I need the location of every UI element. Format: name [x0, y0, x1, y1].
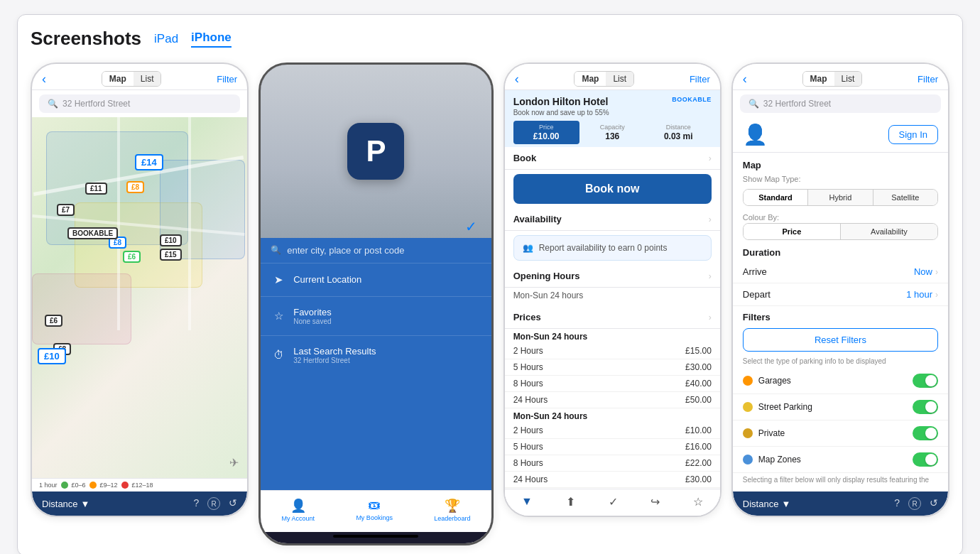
price-badge-10a[interactable]: £10 — [160, 234, 182, 246]
s3-book-now-btn[interactable]: Book now — [513, 174, 712, 204]
s1-search-bar[interactable]: 🔍 32 Hertford Street — [39, 94, 240, 113]
s3-back-button[interactable]: ‹ — [515, 72, 519, 87]
s1-registered-icon[interactable]: R — [207, 497, 220, 510]
s4-map-list-toggle: Map List — [802, 71, 863, 87]
s1-help-icon[interactable]: ? — [193, 497, 199, 510]
s4-search-icon: 🔍 — [748, 99, 759, 109]
s4-private-toggle[interactable] — [913, 426, 938, 440]
s3-map-btn[interactable]: Map — [575, 72, 606, 86]
s3-directions-icon[interactable]: ↪ — [650, 495, 660, 509]
s4-filter-btn[interactable]: Filter — [918, 74, 938, 85]
s4-avail-colour-btn[interactable]: Availability — [841, 224, 937, 239]
legend-dot-red — [121, 482, 129, 489]
legend-1hour: 1 hour — [39, 482, 58, 489]
s3-price2-row-24h: 24 Hours £30.00 — [505, 472, 720, 488]
s4-garages-dot — [743, 376, 753, 386]
legend-0-6: £0–6 — [72, 482, 86, 489]
tab-iphone[interactable]: iPhone — [191, 31, 232, 48]
s2-current-location[interactable]: ➤ Current Location — [261, 263, 491, 296]
s2-search-row[interactable]: 🔍 enter city, place or post code — [261, 238, 491, 263]
s3-filter-btn[interactable]: Filter — [690, 74, 710, 85]
s2-favorites[interactable]: ☆ Favorites None saved — [261, 296, 491, 335]
s4-street-parking-toggle[interactable] — [913, 400, 938, 414]
price-badge-14[interactable]: £14 — [135, 154, 163, 170]
s1-distance-label[interactable]: Distance ▼ — [42, 499, 89, 509]
screen1-map: ‹ Map List Filter 🔍 32 Hertford Street — [31, 63, 249, 517]
s2-last-search-label: Last Search Results — [293, 346, 376, 357]
s2-p-letter: P — [366, 134, 386, 168]
s4-help-icon[interactable]: ? — [894, 497, 900, 510]
s4-back-button[interactable]: ‹ — [743, 72, 747, 87]
s4-price-colour-btn[interactable]: Price — [744, 224, 841, 239]
s3-prices-section: Prices › — [505, 306, 720, 329]
s3-price2-duration-8h: 8 Hours — [513, 458, 543, 468]
s3-price-value-8h: £40.00 — [685, 379, 712, 389]
s2-last-search[interactable]: ⏱ Last Search Results 32 Hertford Street — [261, 335, 491, 374]
s4-registered-icon[interactable]: R — [908, 497, 921, 510]
tab-ipad[interactable]: iPad — [154, 32, 178, 46]
s4-distance-label[interactable]: Distance ▼ — [743, 499, 790, 509]
s4-satellite-btn[interactable]: Satellite — [873, 190, 937, 205]
s3-hotel-name: London Hilton Hotel — [513, 96, 609, 107]
s3-book-msg: Book now and save up to 55% — [513, 109, 712, 116]
s3-down-icon[interactable]: ▼ — [521, 495, 533, 509]
s4-private-label: Private — [758, 428, 785, 438]
screen3-detail: ‹ Map List Filter London Hilton Hotel BO… — [503, 63, 722, 517]
price-badge-6a[interactable]: £6 — [123, 251, 141, 263]
s4-action-icons: ? R ↺ — [894, 497, 938, 510]
price-badge-7[interactable]: £7 — [57, 204, 75, 216]
s1-refresh-icon[interactable]: ↺ — [229, 497, 237, 510]
s4-arrive-value[interactable]: Now › — [914, 266, 938, 277]
s4-map-zones-dot — [743, 455, 753, 465]
s3-check-icon[interactable]: ✓ — [609, 495, 618, 509]
s1-filter-btn[interactable]: Filter — [217, 74, 237, 85]
s2-favorites-sub: None saved — [293, 317, 331, 325]
price-badge-11[interactable]: £11 — [85, 183, 107, 195]
s2-search-placeholder: enter city, place or post code — [287, 245, 404, 256]
price-badge-8a[interactable]: £8 — [126, 181, 144, 193]
s2-tab-account[interactable]: 👤 My Account — [281, 498, 315, 522]
s4-standard-btn[interactable]: Standard — [744, 190, 808, 205]
s1-map-area[interactable]: £14 £11 £8 £7 £10 £6 £15 £8 BOOKABLE £6 … — [32, 117, 247, 478]
s4-garages-toggle[interactable] — [913, 374, 938, 388]
s3-favorite-icon[interactable]: ☆ — [693, 495, 703, 509]
s2-tabbar: 👤 My Account 🎟 My Bookings 🏆 Leaderboard — [261, 490, 491, 532]
s4-distance-arrow: ▼ — [781, 499, 790, 509]
s3-stat-price: Price £10.00 — [513, 121, 579, 144]
s4-map-zones-toggle[interactable] — [913, 452, 938, 467]
s3-bookable-badge: BOOKABLE — [672, 96, 712, 103]
s3-price-duration-5h: 5 Hours — [513, 362, 543, 372]
s1-back-button[interactable]: ‹ — [42, 72, 46, 87]
s4-hybrid-btn[interactable]: Hybrid — [808, 190, 873, 205]
s4-map-btn[interactable]: Map — [803, 72, 834, 86]
s3-price-duration-24h: 24 Hours — [513, 395, 548, 405]
s3-report-btn[interactable]: 👥 Report availability to earn 0 points — [513, 235, 712, 261]
s4-reset-filters-btn[interactable]: Reset Filters — [743, 328, 938, 352]
s4-refresh-icon[interactable]: ↺ — [930, 497, 938, 510]
s4-street-parking-row: Street Parking — [733, 394, 948, 420]
s3-book-chevron: › — [709, 153, 712, 163]
price-badge-bookable[interactable]: BOOKABLE — [67, 227, 118, 239]
s2-app-icon: P — [347, 123, 404, 180]
s3-price-value-24h: £50.00 — [685, 395, 712, 405]
s2-history-icon: ⏱ — [272, 349, 285, 361]
s3-report-text: Report availability to earn 0 points — [539, 243, 668, 253]
s2-tab-leaderboard[interactable]: 🏆 Leaderboard — [434, 498, 470, 522]
price-badge-10b[interactable]: £10 — [38, 348, 66, 364]
s3-price-value: £10.00 — [513, 131, 579, 141]
s4-garages-row: Garages — [733, 368, 948, 394]
s2-tab-bookings[interactable]: 🎟 My Bookings — [356, 498, 393, 522]
s4-topbar: ‹ Map List Filter — [733, 64, 948, 90]
s3-price-group1-title: Mon-Sun 24 hours — [505, 329, 720, 343]
s3-share-icon[interactable]: ⬆ — [566, 495, 575, 509]
s1-map-btn[interactable]: Map — [102, 72, 134, 86]
s1-list-btn[interactable]: List — [134, 72, 161, 86]
s4-list-btn[interactable]: List — [834, 72, 862, 86]
s3-list-btn[interactable]: List — [606, 72, 633, 86]
s4-search-bar[interactable]: 🔍 32 Hertford Street — [740, 94, 941, 113]
price-badge-6b[interactable]: £6 — [45, 315, 62, 327]
s4-sign-in-btn[interactable]: Sign In — [888, 125, 938, 144]
s4-private-dot — [743, 428, 753, 438]
price-badge-15[interactable]: £15 — [160, 249, 182, 261]
s4-depart-value[interactable]: 1 hour › — [906, 289, 938, 300]
